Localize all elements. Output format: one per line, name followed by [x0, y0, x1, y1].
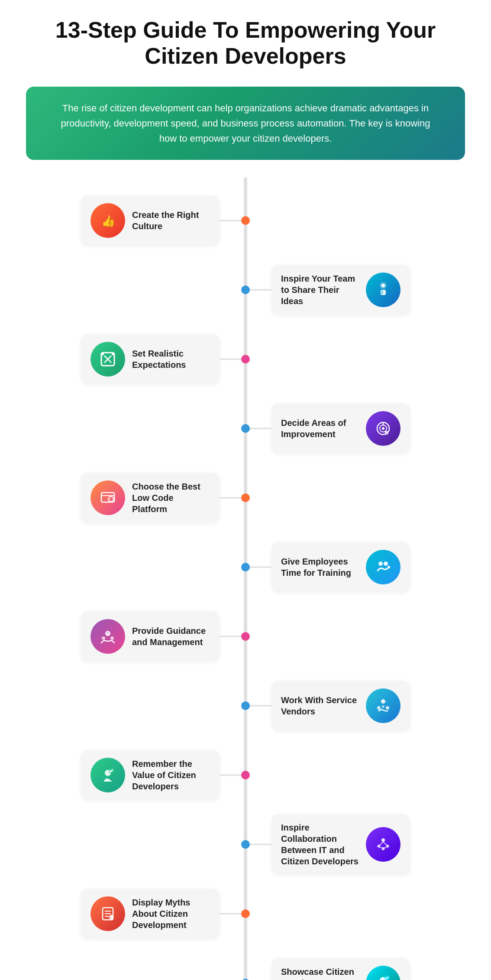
step-7-left: Provide Guidance and Management [46, 611, 246, 662]
svg-line-38 [380, 847, 382, 848]
svg-rect-4 [381, 291, 383, 294]
page-wrapper: 13-Step Guide To Empowering Your Citizen… [0, 0, 491, 980]
step-card-3: Set Realistic Expectations [81, 334, 220, 384]
step-10-label: Inspire Collaboration Between IT and Cit… [281, 822, 359, 867]
step-1-icon: 👍 [90, 203, 125, 238]
step-card-10: Inspire Collaboration Between IT and Cit… [271, 814, 410, 875]
timeline-row-1: 👍 Create the Right Culture [0, 186, 491, 255]
svg-text:!: ! [110, 916, 111, 919]
step-10-right: Inspire Collaboration Between IT and Cit… [246, 814, 445, 875]
dot-9 [241, 771, 250, 779]
svg-point-2 [381, 284, 385, 287]
step-card-8: Work With Service Vendors [271, 681, 410, 731]
step-1-left: 👍 Create the Right Culture [46, 195, 246, 246]
svg-point-19 [378, 561, 383, 566]
timeline-row-9: Remember the Value of Citizen Developers [0, 740, 491, 810]
dot-5 [241, 493, 250, 502]
step-6-label: Give Employees Time for Training [281, 556, 359, 578]
step-9-left: Remember the Value of Citizen Developers [46, 750, 246, 800]
step-9-icon [90, 758, 125, 792]
step-8-right: Work With Service Vendors [246, 681, 445, 731]
svg-point-23 [102, 636, 105, 640]
step-card-2: Inspire Your Team to Share Their Ideas [271, 265, 410, 315]
dot-4 [241, 424, 250, 433]
step-4-label: Decide Areas of Improvement [281, 417, 359, 440]
step-5-label: Choose the Best Low Code Platform [132, 481, 210, 515]
step-5-left: Choose the Best Low Code Platform [46, 473, 246, 523]
step-2-icon [366, 273, 401, 307]
step-2-right: Inspire Your Team to Share Their Ideas [246, 265, 445, 315]
dot-8 [241, 701, 250, 710]
intro-text: The rise of citizen development can help… [52, 101, 439, 146]
timeline-row-12: Showcase Citizen Developer Successes [0, 948, 491, 980]
timeline-row-5: Choose the Best Low Code Platform [0, 463, 491, 532]
svg-point-44 [109, 915, 113, 919]
step-7-label: Provide Guidance and Management [132, 625, 210, 648]
step-3-icon [90, 342, 125, 376]
step-12-icon [366, 966, 401, 980]
timeline-row-2: Inspire Your Team to Share Their Ideas [0, 255, 491, 325]
step-3-left: Set Realistic Expectations [46, 334, 246, 384]
dot-3 [241, 355, 250, 363]
svg-point-8 [101, 353, 104, 355]
step-8-label: Work With Service Vendors [281, 694, 359, 717]
step-7-icon [90, 619, 125, 654]
step-card-6: Give Employees Time for Training [271, 542, 410, 592]
step-card-7: Provide Guidance and Management [81, 611, 220, 662]
timeline-row-11: ! Display Myths About Citizen Developmen… [0, 879, 491, 948]
header: 13-Step Guide To Empowering Your Citizen… [0, 0, 491, 82]
svg-point-32 [381, 838, 385, 842]
step-card-5: Choose the Best Low Code Platform [81, 473, 220, 523]
step-card-11: ! Display Myths About Citizen Developmen… [81, 889, 220, 939]
step-8-icon [366, 688, 401, 723]
timeline-row-10: Inspire Collaboration Between IT and Cit… [0, 810, 491, 879]
step-1-label: Create the Right Culture [132, 209, 210, 232]
dot-2 [241, 286, 250, 294]
svg-line-36 [380, 842, 383, 845]
dot-10 [241, 840, 250, 849]
timeline-row-3: Set Realistic Expectations [0, 325, 491, 394]
svg-point-24 [110, 636, 114, 640]
step-card-1: 👍 Create the Right Culture [81, 195, 220, 246]
dot-7 [241, 632, 250, 641]
timeline-row-6: Give Employees Time for Training [0, 532, 491, 602]
svg-point-47 [384, 975, 390, 980]
svg-point-18 [108, 496, 113, 502]
step-4-right: Decide Areas of Improvement ✓ [246, 403, 445, 454]
svg-point-29 [382, 705, 384, 708]
svg-point-21 [388, 566, 390, 568]
step-10-icon [366, 827, 401, 862]
timeline-section: 👍 Create the Right Culture Inspire Your … [0, 177, 491, 980]
svg-text:✓: ✓ [386, 432, 388, 435]
step-3-label: Set Realistic Expectations [132, 348, 210, 370]
step-6-icon [366, 550, 401, 584]
svg-point-12 [382, 427, 384, 430]
svg-point-9 [112, 353, 114, 355]
step-11-icon: ! [90, 896, 125, 931]
timeline-row-7: Provide Guidance and Management [0, 602, 491, 671]
svg-point-28 [386, 706, 389, 710]
svg-text:👍: 👍 [101, 214, 116, 228]
svg-rect-3 [381, 290, 386, 295]
step-11-label: Display Myths About Citizen Development [132, 897, 210, 931]
timeline-row-8: Work With Service Vendors [0, 671, 491, 740]
step-card-12: Showcase Citizen Developer Successes [271, 958, 410, 980]
step-card-4: Decide Areas of Improvement ✓ [271, 403, 410, 454]
step-5-icon [90, 480, 125, 515]
dot-6 [241, 563, 250, 571]
page-title: 13-Step Guide To Empowering Your Citizen… [35, 17, 456, 69]
step-12-right: Showcase Citizen Developer Successes [246, 958, 445, 980]
step-12-label: Showcase Citizen Developer Successes [281, 966, 359, 980]
dot-1 [241, 216, 250, 225]
step-9-label: Remember the Value of Citizen Developers [132, 758, 210, 792]
step-card-9: Remember the Value of Citizen Developers [81, 750, 220, 800]
svg-line-39 [384, 847, 386, 848]
timeline-row-4: Decide Areas of Improvement ✓ [0, 394, 491, 463]
dot-11 [241, 909, 250, 918]
step-6-right: Give Employees Time for Training [246, 542, 445, 592]
step-4-icon: ✓ [366, 411, 401, 446]
svg-line-37 [383, 842, 387, 845]
step-11-left: ! Display Myths About Citizen Developmen… [46, 889, 246, 939]
step-2-label: Inspire Your Team to Share Their Ideas [281, 273, 359, 307]
svg-point-20 [384, 561, 388, 566]
